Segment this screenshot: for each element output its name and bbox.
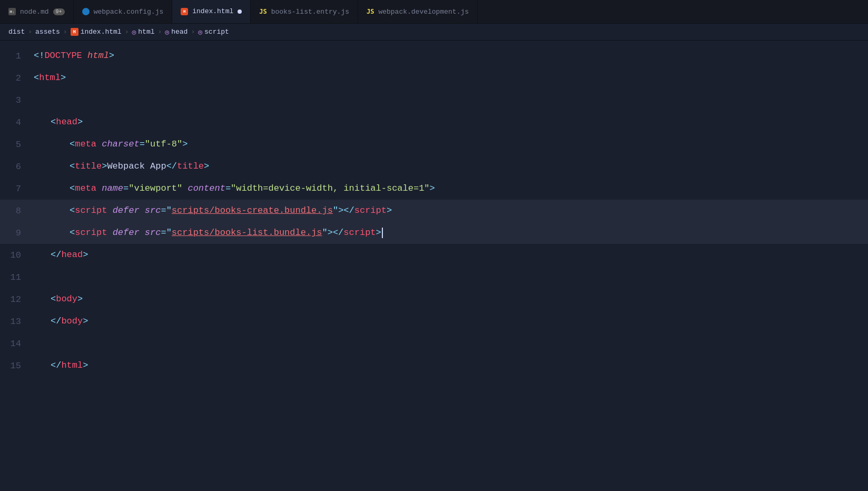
code-content-12: <body>: [32, 292, 83, 306]
code-content-4: <head>: [32, 115, 83, 129]
line-number-7: 7: [0, 184, 32, 194]
breadcrumb-html[interactable]: html: [138, 28, 154, 36]
line-number-10: 10: [0, 250, 32, 260]
breadcrumb-head[interactable]: head: [171, 28, 188, 36]
line-number-12: 12: [0, 294, 32, 305]
tag-7-close: >: [430, 182, 435, 195]
tag-7-name: meta: [75, 182, 96, 195]
quote-9-close: ": [322, 226, 328, 240]
tag-8-end: >: [387, 204, 392, 218]
line-number-9: 9: [0, 228, 32, 238]
tag-8-close: script: [354, 204, 387, 218]
tag-close-1: >: [109, 49, 114, 63]
code-content-11: [32, 270, 39, 284]
code-line-11: 11: [0, 266, 868, 288]
sep1: ›: [28, 28, 32, 36]
code-content-14: [32, 337, 39, 350]
tab-webpack-config-label: webpack.config.js: [94, 8, 164, 16]
html-icon: H: [181, 8, 188, 15]
scope-icon-script: ◎: [198, 28, 202, 36]
tag-9-gt: ></: [328, 226, 344, 240]
line-number-4: 4: [0, 117, 32, 127]
js-icon-webpack-dev: JS: [367, 8, 374, 15]
tag-6-close-gt: >: [204, 160, 209, 173]
tag-10-close: >: [83, 248, 88, 262]
code-line-2: 2 <html>: [0, 67, 868, 89]
attr-src-8: src: [145, 204, 161, 218]
tag-13-close: >: [83, 315, 88, 328]
tag-12-close: >: [77, 292, 83, 306]
breadcrumb-assets[interactable]: assets: [35, 28, 60, 36]
sep4: ›: [158, 28, 162, 36]
tab-books-list-entry-label: books-list.entry.js: [271, 8, 349, 16]
sep5: ›: [191, 28, 195, 36]
breadcrumb: dist › assets › H index.html › ◎ html › …: [0, 24, 868, 41]
tag-5-eq: =: [140, 138, 145, 151]
tag-7-open: <: [70, 182, 75, 195]
tab-node-md[interactable]: M↓ node.md 9+: [0, 0, 74, 23]
tab-index-html[interactable]: H index.html: [172, 0, 251, 23]
code-content-2: <html>: [32, 71, 66, 85]
code-line-10: 10 </head>: [0, 244, 868, 266]
quote-8-close: ": [333, 204, 338, 218]
tag-13-open: </: [51, 315, 61, 328]
code-content-13: </body>: [32, 315, 88, 328]
tag-5-close: >: [182, 138, 188, 151]
modified-dot: [238, 9, 242, 14]
code-line-7: 7 <meta name="viewport" content="width=d…: [0, 178, 868, 200]
tag-10-name: head: [61, 248, 83, 262]
code-line-15: 15 </html>: [0, 355, 868, 377]
code-line-12: 12 <body>: [0, 288, 868, 310]
tag-4-close: >: [77, 115, 83, 129]
attr-defer-8: defer: [113, 204, 140, 218]
tab-node-md-label: node.md: [20, 8, 49, 16]
tag-8-open: <: [70, 204, 75, 218]
eq1: =: [123, 182, 129, 195]
tag-6-gt: >: [102, 160, 107, 173]
tab-bar: M↓ node.md 9+ webpack.config.js H index.…: [0, 0, 868, 24]
tab-webpack-config[interactable]: webpack.config.js: [74, 0, 173, 23]
code-content-9: <script defer src="scripts/books-list.bu…: [32, 226, 383, 240]
md-icon: M↓: [8, 8, 16, 15]
code-line-1: 1 <!DOCTYPE html>: [0, 45, 868, 67]
tag-6-close-name: title: [177, 160, 204, 173]
line-number-13: 13: [0, 317, 32, 327]
scope-icon-html: ◎: [132, 28, 136, 36]
tab-webpack-development-label: webpack.development.js: [378, 8, 469, 16]
attr-charset-val: "utf-8": [145, 138, 182, 151]
tag-2-open: <: [34, 71, 39, 85]
tag-2-close: >: [61, 71, 66, 85]
breadcrumb-dist[interactable]: dist: [8, 28, 25, 36]
sep3: ›: [125, 28, 129, 36]
code-content-3: [32, 93, 39, 107]
breadcrumb-index-html[interactable]: index.html: [81, 28, 122, 36]
attr-defer-9: defer: [113, 226, 140, 240]
code-content-6: <title>Webpack App</title>: [32, 160, 209, 173]
code-line-4: 4 <head>: [0, 111, 868, 133]
tag-8-name: script: [75, 204, 107, 218]
line-number-6: 6: [0, 162, 32, 172]
tag-8-gt: ></: [338, 204, 354, 218]
text-cursor: [382, 228, 383, 238]
code-content-15: </html>: [32, 359, 88, 372]
tag-4-name: head: [56, 115, 77, 129]
code-content-10: </head>: [32, 248, 88, 262]
webpack-icon: [82, 8, 90, 15]
attr-name-val: "viewport": [129, 182, 182, 195]
code-line-9: 9 <script defer src="scripts/books-list.…: [0, 222, 868, 244]
tag-5-name: meta: [75, 138, 96, 151]
attr-content: content: [188, 182, 225, 195]
code-line-6: 6 <title>Webpack App</title>: [0, 155, 868, 178]
line-number-14: 14: [0, 339, 32, 349]
tab-webpack-development[interactable]: JS webpack.development.js: [358, 0, 478, 23]
title-text: Webpack App: [107, 160, 166, 173]
attr-name: name: [102, 182, 123, 195]
tag-6-open: <: [70, 160, 75, 173]
tag-9-name: script: [75, 226, 107, 240]
code-editor[interactable]: 1 <!DOCTYPE html> 2 <html> 3 4 <head> 5 …: [0, 41, 868, 491]
html-breadcrumb-icon: H: [71, 28, 78, 36]
tag-2-name: html: [39, 71, 61, 85]
breadcrumb-script[interactable]: script: [204, 28, 229, 36]
tag-13-name: body: [61, 315, 83, 328]
tab-books-list-entry[interactable]: JS books-list.entry.js: [251, 0, 358, 23]
